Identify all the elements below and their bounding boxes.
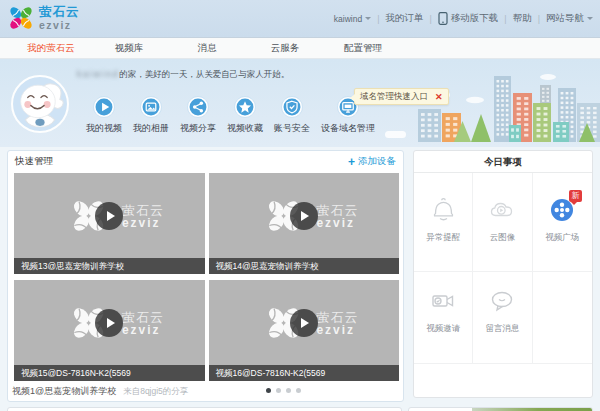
today-item-video-camera[interactable]: 视频邀请: [414, 272, 473, 364]
username: kaiwind: [334, 14, 362, 24]
video-thumbnail[interactable]: 萤石云ezviz视频13@思嘉宠物训养学校: [14, 173, 205, 274]
carousel-dot[interactable]: [296, 388, 301, 393]
top-header: 萤石云 ezviz kaiwind | 我的订单 | 移动版下载 | 帮助 | …: [0, 0, 600, 37]
today-item-message[interactable]: 留言消息: [473, 272, 532, 364]
star-icon: [234, 96, 256, 118]
phone-icon: [438, 12, 448, 25]
shortcut-label: 设备域名管理: [321, 122, 375, 135]
help-link[interactable]: 帮助: [513, 12, 532, 25]
play-icon: [93, 96, 115, 118]
brand-name-cn: 萤石云: [39, 6, 80, 19]
my-orders-link[interactable]: 我的订单: [385, 12, 423, 25]
bottom-left-section: [7, 407, 402, 411]
today-item-empty: [533, 272, 592, 364]
shortcut-star[interactable]: 视频收藏: [227, 96, 263, 135]
video-label: 视频13@思嘉宠物训养学校: [14, 258, 205, 274]
video-camera-icon: [426, 285, 460, 315]
today-item-label: 视频广场: [545, 232, 579, 244]
add-device-button[interactable]: + 添加设备: [348, 155, 396, 169]
carousel-dot[interactable]: [266, 388, 271, 393]
nav-my-ezviz[interactable]: 我的萤石云: [12, 42, 90, 55]
video-grid: 萤石云ezviz视频13@思嘉宠物训养学校萤石云ezviz视频14@思嘉宠物训养…: [14, 173, 399, 381]
shared-video-title[interactable]: 视频1@思嘉宠物训养学校: [12, 385, 116, 398]
video-thumbnail[interactable]: 萤石云ezviz视频16@DS-7816N-K2(5569: [209, 280, 400, 381]
shortcut-album[interactable]: 我的相册: [133, 96, 169, 135]
avatar[interactable]: [11, 75, 69, 133]
main-nav: 我的萤石云 视频库 消息 云服务 配置管理: [0, 37, 600, 59]
ezviz-flower-icon: [7, 4, 35, 32]
play-button[interactable]: [290, 309, 318, 337]
site-nav-menu[interactable]: 网站导航: [546, 12, 593, 25]
video-label: 视频15@DS-7816N-K2(5569: [14, 365, 205, 381]
message-icon: [485, 285, 519, 315]
shortcut-shield[interactable]: 账号安全: [274, 96, 310, 135]
video-thumbnail[interactable]: 萤石云ezviz视频14@思嘉宠物训养学校: [209, 173, 400, 274]
nav-config[interactable]: 配置管理: [324, 42, 402, 55]
shortcut-label: 视频收藏: [227, 122, 263, 135]
shared-video-source: 来自8qjgi5的分享: [123, 386, 188, 398]
today-panel-title: 今日事项: [414, 151, 592, 173]
shortcut-label: 账号安全: [274, 122, 310, 135]
nav-cloud-service[interactable]: 云服务: [246, 42, 324, 55]
today-item-bell[interactable]: 异常提醒: [414, 173, 473, 272]
carousel-dot[interactable]: [276, 388, 281, 393]
cloud-icon: [385, 131, 406, 138]
shortcut-play[interactable]: 我的视频: [86, 96, 122, 135]
today-grid: 异常提醒云图像视频广场新视频邀请留言消息: [414, 173, 592, 364]
bottom-right-section: [408, 407, 593, 411]
share-icon: [187, 96, 209, 118]
shortcut-label: 我的视频: [86, 122, 122, 135]
greeting-text: kaiwind的家，美好的一天，从关爱自己与家人开始。: [77, 69, 289, 81]
shortcut-share[interactable]: 视频分享: [180, 96, 216, 135]
album-icon: [140, 96, 162, 118]
banner-shortcuts: 我的视频我的相册视频分享视频收藏账号安全设备域名管理: [86, 96, 375, 135]
today-item-label: 异常提醒: [426, 232, 460, 244]
brand-name-en: ezviz: [39, 20, 80, 31]
today-item-film-reel[interactable]: 视频广场新: [533, 173, 592, 272]
today-panel: 今日事项 异常提醒云图像视频广场新视频邀请留言消息: [413, 150, 593, 398]
today-item-cloud-play[interactable]: 云图像: [473, 173, 532, 272]
cloud-play-icon: [485, 194, 519, 224]
plus-icon: +: [348, 155, 355, 169]
carousel-dots: [266, 388, 301, 393]
today-item-label: 留言消息: [485, 323, 519, 335]
shortcut-label: 视频分享: [180, 122, 216, 135]
play-button[interactable]: [290, 202, 318, 230]
shortcut-label: 我的相册: [133, 122, 169, 135]
ezviz-logo[interactable]: 萤石云 ezviz: [7, 4, 80, 32]
chevron-down-icon: [587, 17, 593, 20]
quick-manage-panel: 快速管理 + 添加设备 萤石云ezviz视频13@思嘉宠物训养学校萤石云ezvi…: [7, 150, 404, 402]
nav-messages[interactable]: 消息: [168, 42, 246, 55]
shield-icon: [281, 96, 303, 118]
chevron-down-icon: [365, 17, 371, 20]
bell-icon: [426, 194, 460, 224]
quick-manage-title: 快速管理: [15, 155, 53, 168]
video-label: 视频16@DS-7816N-K2(5569: [209, 365, 400, 381]
domain-quick-entry-tooltip: 域名管理快速入口 ✕: [354, 88, 449, 105]
nav-video-library[interactable]: 视频库: [90, 42, 168, 55]
video-thumbnail[interactable]: 萤石云ezviz视频15@DS-7816N-K2(5569: [14, 280, 205, 381]
close-icon[interactable]: ✕: [435, 92, 443, 102]
video-label: 视频14@思嘉宠物训养学校: [209, 258, 400, 274]
play-button[interactable]: [95, 309, 123, 337]
mobile-download-link[interactable]: 移动版下载: [438, 12, 499, 25]
masked-username: kaiwind: [77, 69, 119, 79]
carousel-dot[interactable]: [286, 388, 291, 393]
new-badge: 新: [569, 190, 582, 202]
play-button[interactable]: [95, 202, 123, 230]
today-item-label: 云图像: [490, 232, 516, 244]
today-item-label: 视频邀请: [426, 323, 460, 335]
user-menu[interactable]: kaiwind: [334, 14, 371, 24]
user-banner: kaiwind的家，美好的一天，从关爱自己与家人开始。 我的视频我的相册视频分享…: [0, 59, 600, 147]
